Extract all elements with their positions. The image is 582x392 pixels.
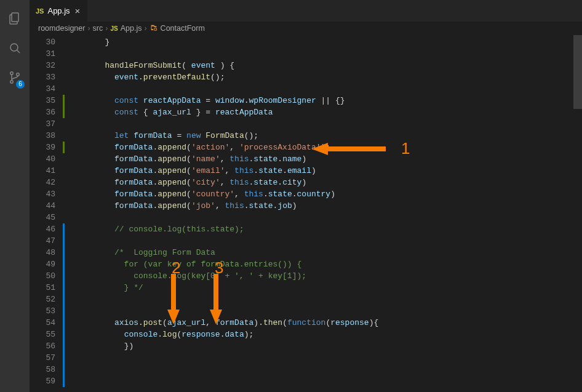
glyph-margin xyxy=(63,35,66,392)
breadcrumb-seg-src[interactable]: src xyxy=(93,24,103,33)
svg-point-1 xyxy=(10,44,18,51)
chevron-right-icon: › xyxy=(105,24,108,33)
js-file-icon: JS xyxy=(36,7,44,15)
breadcrumb-seg-symbol[interactable]: ContactForm xyxy=(149,23,205,34)
code-content[interactable]: } handleFormSubmit( event ) { event.prev… xyxy=(66,35,549,392)
files-icon xyxy=(7,11,22,28)
source-control-button[interactable]: 6 xyxy=(0,64,30,94)
close-tab-button[interactable]: × xyxy=(74,5,82,17)
search-icon xyxy=(7,41,22,58)
scm-badge: 6 xyxy=(16,80,25,89)
explorer-button[interactable] xyxy=(0,5,30,34)
scrollbar-thumb[interactable] xyxy=(573,35,582,109)
svg-point-3 xyxy=(10,81,13,83)
activity-bar: 6 xyxy=(0,0,30,392)
tab-bar: JS App.js × xyxy=(30,0,582,22)
svg-point-4 xyxy=(17,73,19,76)
svg-point-2 xyxy=(10,72,13,74)
breadcrumb-seg-file[interactable]: JS App.js xyxy=(110,24,142,33)
line-numbers: 3031323334353637383940414243444546474849… xyxy=(30,35,63,392)
class-icon xyxy=(149,23,158,34)
chevron-right-icon: › xyxy=(87,24,90,33)
close-icon: × xyxy=(75,6,81,16)
editor-area: 3031323334353637383940414243444546474849… xyxy=(30,35,582,392)
search-button[interactable] xyxy=(0,34,30,64)
minimap[interactable] xyxy=(549,35,573,392)
vertical-scrollbar[interactable] xyxy=(573,35,582,392)
breadcrumb-seg-root[interactable]: roomdesigner xyxy=(38,24,85,33)
chevron-right-icon: › xyxy=(144,24,146,33)
editor-group: JS App.js × roomdesigner › src › JS App.… xyxy=(30,0,582,392)
tab-app-js[interactable]: JS App.js × xyxy=(30,0,87,22)
tab-filename: App.js xyxy=(47,6,70,15)
js-file-icon: JS xyxy=(110,25,118,32)
breadcrumb[interactable]: roomdesigner › src › JS App.js › Contact… xyxy=(30,22,582,35)
svg-rect-0 xyxy=(12,13,18,22)
